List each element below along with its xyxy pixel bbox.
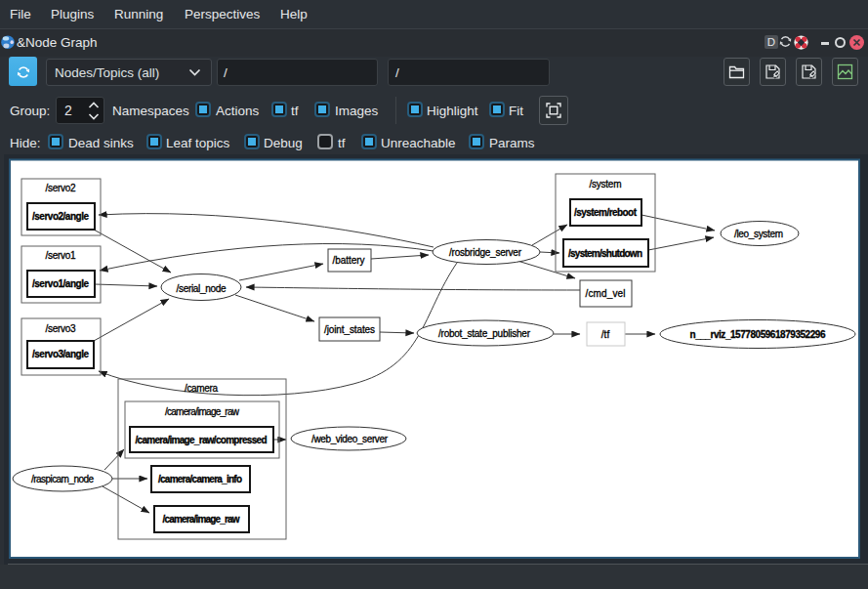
svg-text:/camera/image_raw: /camera/image_raw <box>163 514 240 525</box>
svg-text:/camera/image_raw: /camera/image_raw <box>165 406 240 417</box>
svg-text:/servo2/angle: /servo2/angle <box>32 211 89 222</box>
svg-text:/servo3: /servo3 <box>46 323 76 334</box>
svg-text:/tf: /tf <box>601 329 610 340</box>
svg-text:/camera/image_raw/compressed: /camera/image_raw/compressed <box>136 435 268 445</box>
svg-text:/camera/camera_info: /camera/camera_info <box>158 474 242 484</box>
svg-text:/system/shutdown: /system/shutdown <box>568 248 642 259</box>
svg-text:/rosbridge_server: /rosbridge_server <box>449 247 522 258</box>
svg-text:/servo2: /servo2 <box>46 183 76 193</box>
svg-text:/system: /system <box>590 179 622 189</box>
svg-text:/raspicam_node: /raspicam_node <box>31 474 94 484</box>
svg-text:/robot_state_publisher: /robot_state_publisher <box>438 328 531 339</box>
svg-text:/servo1/angle: /servo1/angle <box>32 278 89 289</box>
svg-text:/serial_node: /serial_node <box>177 283 227 294</box>
svg-text:/camera: /camera <box>185 383 218 394</box>
svg-text:/servo1: /servo1 <box>46 250 76 261</box>
svg-text:/web_video_server: /web_video_server <box>311 434 389 444</box>
svg-text:n___rviz_1577805961879352296: n___rviz_1577805961879352296 <box>690 329 826 340</box>
svg-text:/joint_states: /joint_states <box>324 324 375 335</box>
svg-text:/servo3/angle: /servo3/angle <box>32 349 89 359</box>
svg-text:/cmd_vel: /cmd_vel <box>586 288 626 299</box>
svg-text:/leo_system: /leo_system <box>734 229 783 239</box>
svg-text:/system/reboot: /system/reboot <box>574 207 638 218</box>
svg-text:/battery: /battery <box>333 255 365 266</box>
